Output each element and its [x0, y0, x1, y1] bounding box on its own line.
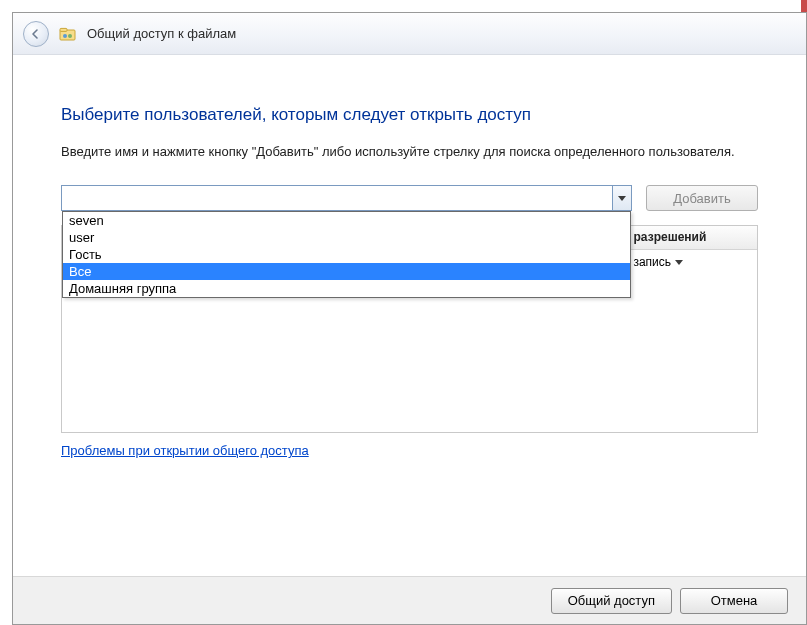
dropdown-toggle[interactable]	[612, 186, 631, 210]
dropdown-list: seven user Гость Все Домашняя группа	[62, 211, 631, 298]
instruction-text: Введите имя и нажмите кнопку "Добавить" …	[61, 143, 758, 161]
file-sharing-dialog: Общий доступ к файлам Выберите пользоват…	[12, 12, 807, 625]
dropdown-option[interactable]: Гость	[63, 246, 630, 263]
share-button[interactable]: Общий доступ	[551, 588, 672, 614]
dropdown-option[interactable]: seven	[63, 212, 630, 229]
page-heading: Выберите пользователей, которым следует …	[61, 105, 758, 125]
user-combobox[interactable]: seven user Гость Все Домашняя группа	[61, 185, 632, 211]
dropdown-option[interactable]: Все	[63, 263, 630, 280]
back-button[interactable]	[23, 21, 49, 47]
svg-rect-1	[60, 28, 67, 31]
window-title: Общий доступ к файлам	[87, 26, 236, 41]
svg-point-2	[63, 34, 67, 38]
chevron-down-icon	[618, 196, 626, 201]
svg-point-3	[68, 34, 72, 38]
cancel-button[interactable]: Отмена	[680, 588, 788, 614]
chevron-down-icon	[675, 260, 683, 265]
titlebar: Общий доступ к файлам	[13, 13, 806, 55]
footer: Общий доступ Отмена	[13, 576, 806, 624]
content-area: Выберите пользователей, которым следует …	[13, 55, 806, 576]
dropdown-option[interactable]: user	[63, 229, 630, 246]
user-input-row: seven user Гость Все Домашняя группа Доб…	[61, 185, 758, 211]
user-input[interactable]	[62, 186, 612, 210]
dropdown-option[interactable]: Домашняя группа	[63, 280, 630, 297]
folder-share-icon	[59, 25, 77, 43]
troubleshoot-link[interactable]: Проблемы при открытии общего доступа	[61, 443, 309, 458]
add-button: Добавить	[646, 185, 758, 211]
arrow-left-icon	[30, 28, 42, 40]
